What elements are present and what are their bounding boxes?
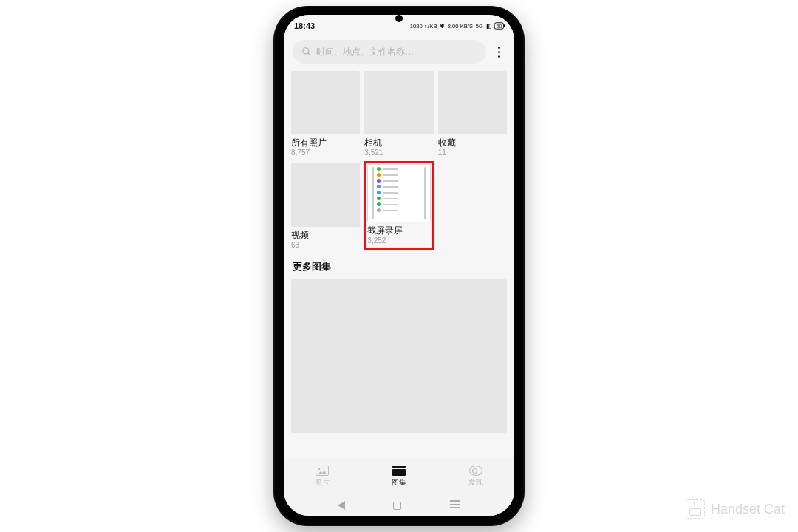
search-input[interactable]: 时间、地点、文件名称… [293,40,486,64]
album-favorites[interactable]: 收藏 11 [438,71,507,157]
album-thumbnail [438,71,507,134]
watermark-icon [686,499,705,519]
album-thumbnail [364,71,433,134]
status-speed: 8.00 KB/S [448,23,473,30]
album-camera[interactable]: 相机 3,521 [364,71,433,157]
tab-discover[interactable]: 发现 [437,458,514,495]
discover-icon [469,466,482,476]
nav-home-icon[interactable] [393,502,401,510]
nav-recent-icon[interactable] [450,500,460,511]
camera-notch [395,15,403,22]
tab-label: 发现 [468,477,483,488]
album-thumbnail [291,71,360,134]
phone-frame: 18:43 1080 ↑↓KB ✱ 8.00 KB/S 5G ▮▯ 50 时间、… [275,7,523,525]
search-placeholder: 时间、地点、文件名称… [316,46,414,58]
svg-line-1 [308,53,310,55]
bottom-tabbar: 照片 图集 发现 [284,458,514,495]
tab-label: 照片 [315,477,330,488]
album-screenshots-highlighted[interactable]: 截屏录屏 3,252 [364,161,433,250]
album-title: 收藏 [438,137,507,149]
album-count: 11 [438,149,507,157]
tab-label: 图集 [392,477,406,488]
tab-photos[interactable]: 照片 [284,458,361,495]
status-indicators: 1080 ↑↓KB ✱ 8.00 KB/S 5G ▮▯ 50 [410,22,504,30]
album-row-1: 所有照片 8,757 相机 3,521 收藏 11 [284,71,514,157]
search-row: 时间、地点、文件名称… [284,37,514,71]
album-title: 所有照片 [291,137,360,149]
album-all-photos[interactable]: 所有照片 8,757 [291,71,360,157]
content-area: 所有照片 8,757 相机 3,521 收藏 11 视频 [284,71,514,458]
status-net: 1080 ↑↓KB [410,23,437,30]
album-title: 视频 [291,230,360,241]
more-albums-block[interactable] [291,279,507,433]
album-title: 截屏录屏 [367,225,430,236]
album-count: 63 [291,241,360,249]
album-title: 相机 [364,137,433,149]
screenshot-thumbnail [367,164,430,222]
album-count: 3,252 [367,236,430,245]
more-menu-icon[interactable] [492,47,505,58]
android-navbar [284,495,514,516]
album-thumbnail [291,163,360,226]
signal-icon: ▮▯ [485,23,491,30]
screen: 18:43 1080 ↑↓KB ✱ 8.00 KB/S 5G ▮▯ 50 时间、… [284,15,514,516]
album-video[interactable]: 视频 63 [291,163,360,250]
tab-albums[interactable]: 图集 [361,458,437,495]
watermark-text: Handset Cat [711,502,785,517]
album-count: 3,521 [364,149,433,157]
bluetooth-icon: ✱ [440,23,445,30]
album-icon [392,466,406,476]
album-count: 8,757 [291,149,360,157]
section-title-more: 更多图集 [284,250,514,279]
status-signal: 5G [476,23,483,30]
battery-icon: 50 [494,22,504,30]
photo-icon [316,466,329,476]
status-time: 18:43 [294,21,315,30]
nav-back-icon[interactable] [338,501,345,510]
search-icon [301,47,312,57]
watermark: Handset Cat [686,499,785,519]
svg-point-0 [303,48,309,54]
album-row-2: 视频 63 截屏录屏 3,252 [284,157,514,250]
